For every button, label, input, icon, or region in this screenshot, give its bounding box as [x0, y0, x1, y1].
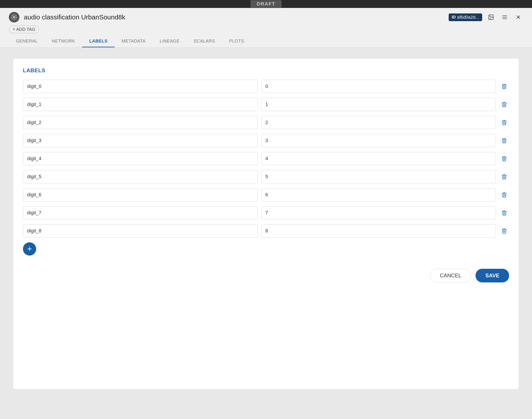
- delete-row-button-2[interactable]: [499, 118, 509, 127]
- tab-metadata[interactable]: METADATA: [115, 36, 152, 47]
- id-label: ID: [452, 15, 456, 20]
- menu-icon-btn[interactable]: [500, 12, 509, 22]
- header-left: audio classification UrbanSound8k: [9, 12, 125, 23]
- draft-badge: DRAFT: [250, 0, 282, 8]
- model-title: audio classification UrbanSound8k: [24, 13, 125, 21]
- label-rows-container: [23, 80, 509, 237]
- label-value-input-7[interactable]: [261, 206, 496, 219]
- add-tag-button[interactable]: + ADD TAG: [9, 26, 39, 33]
- label-name-input-8[interactable]: [23, 224, 258, 237]
- label-row: [23, 98, 509, 111]
- close-icon-btn[interactable]: [514, 12, 523, 22]
- panel-footer: CANCEL SAVE: [23, 264, 509, 282]
- save-button[interactable]: SAVE: [476, 269, 509, 282]
- label-row: [23, 152, 509, 165]
- cancel-button[interactable]: CANCEL: [430, 269, 471, 282]
- label-value-input-0[interactable]: [261, 80, 496, 93]
- label-value-input-3[interactable]: [261, 134, 496, 147]
- tab-plots[interactable]: PLOTS: [222, 36, 251, 47]
- tab-labels[interactable]: LABELS: [82, 36, 115, 47]
- label-name-input-2[interactable]: [23, 116, 258, 129]
- label-name-input-5[interactable]: [23, 170, 258, 183]
- label-row: [23, 80, 509, 93]
- label-value-input-2[interactable]: [261, 116, 496, 129]
- delete-row-button-7[interactable]: [499, 208, 509, 218]
- label-value-input-4[interactable]: [261, 152, 496, 165]
- tab-general[interactable]: GENERAL: [9, 36, 45, 47]
- label-row: [23, 206, 509, 219]
- delete-row-button-6[interactable]: [499, 190, 509, 200]
- label-value-input-8[interactable]: [261, 224, 496, 237]
- label-value-input-1[interactable]: [261, 98, 496, 111]
- label-name-input-4[interactable]: [23, 152, 258, 165]
- id-value: af6d0a2d...: [457, 15, 479, 20]
- svg-point-2: [490, 16, 491, 17]
- label-row: [23, 116, 509, 129]
- delete-row-button-4[interactable]: [499, 154, 509, 163]
- add-row-button[interactable]: +: [23, 242, 36, 256]
- delete-row-button-0[interactable]: [499, 81, 509, 91]
- label-row: [23, 170, 509, 183]
- label-name-input-0[interactable]: [23, 80, 258, 93]
- label-row: [23, 134, 509, 147]
- label-name-input-6[interactable]: [23, 188, 258, 201]
- tabs-bar: GENERAL NETWORK LABELS METADATA LINEAGE …: [9, 36, 523, 47]
- label-row: [23, 224, 509, 237]
- labels-panel: LABELS: [13, 59, 519, 389]
- header-right: ID af6d0a2d...: [449, 12, 523, 22]
- svg-point-0: [13, 16, 15, 18]
- label-name-input-1[interactable]: [23, 98, 258, 111]
- tab-scalars[interactable]: SCALARS: [187, 36, 222, 47]
- delete-row-button-5[interactable]: [499, 172, 509, 182]
- labels-heading: LABELS: [23, 67, 509, 74]
- delete-row-button-3[interactable]: [499, 136, 509, 145]
- image-icon-btn[interactable]: [486, 12, 496, 22]
- tab-lineage[interactable]: LINEAGE: [152, 36, 187, 47]
- label-value-input-6[interactable]: [261, 188, 496, 201]
- label-name-input-7[interactable]: [23, 206, 258, 219]
- main-content: LABELS: [0, 48, 532, 419]
- delete-row-button-1[interactable]: [499, 100, 509, 109]
- id-badge: ID af6d0a2d...: [449, 13, 482, 21]
- top-bar: DRAFT: [0, 0, 532, 8]
- label-name-input-3[interactable]: [23, 134, 258, 147]
- label-row: [23, 188, 509, 201]
- tab-network[interactable]: NETWORK: [45, 36, 82, 47]
- model-icon: [9, 12, 19, 23]
- label-value-input-5[interactable]: [261, 170, 496, 183]
- header: audio classification UrbanSound8k ID af6…: [0, 8, 532, 48]
- delete-row-button-8[interactable]: [499, 226, 509, 236]
